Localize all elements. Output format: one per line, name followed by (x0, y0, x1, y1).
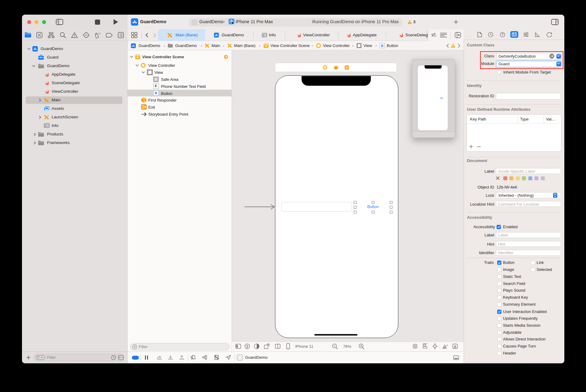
svg-text:1: 1 (143, 99, 145, 102)
svg-text:F: F (155, 84, 157, 88)
svg-text:?: ? (501, 33, 503, 36)
svg-text:B: B (155, 91, 157, 95)
svg-text:B: B (381, 44, 384, 48)
